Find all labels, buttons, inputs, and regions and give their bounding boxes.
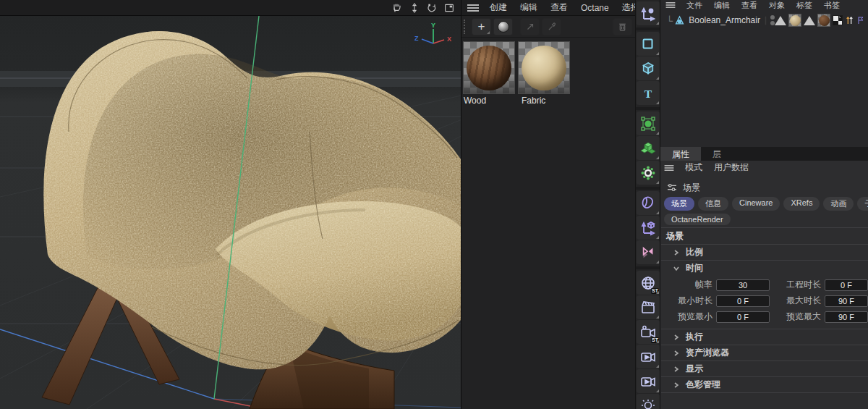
om-menu-bookmarks[interactable]: 书签	[818, 0, 846, 11]
stage-object-tool[interactable]	[637, 295, 660, 319]
compositing-tag-icon[interactable]	[833, 15, 843, 25]
min-time-label: 最小时长	[660, 295, 712, 307]
boolean-object-icon	[674, 15, 685, 26]
section-execute[interactable]: 执行	[660, 329, 868, 345]
attribute-tab-buttons: 场景 信息 Cineware XRefs 动画 子弹 模拟	[660, 196, 868, 213]
phong-tag-icon-2[interactable]	[804, 16, 815, 25]
material-name-wood[interactable]: Wood	[463, 94, 515, 106]
om-menu-view[interactable]: 查看	[736, 0, 763, 11]
om-menu-object[interactable]: 对象	[763, 0, 791, 11]
tabbtn-xrefs[interactable]: XRefs	[783, 197, 820, 211]
object-manager-menu-icon[interactable]	[666, 2, 676, 8]
tab-layers[interactable]: 层	[701, 147, 733, 161]
object-name[interactable]: Boolean_Armchair	[689, 15, 760, 25]
new-material-button[interactable]: +	[472, 18, 491, 35]
tabbtn-animation[interactable]: 动画	[823, 197, 854, 211]
object-tags	[775, 14, 868, 27]
orbit-icon[interactable]	[425, 1, 439, 14]
double-arrow-tag-icon[interactable]	[845, 15, 854, 25]
om-menu-edit[interactable]: 编辑	[708, 0, 736, 11]
preview-min-input[interactable]: 0 F	[716, 311, 770, 323]
apply-material-button[interactable]	[520, 18, 540, 35]
dolly-icon[interactable]	[407, 1, 422, 14]
right-panel: 文件 编辑 查看 对象 标签 书签 └ Boolean_Armchair	[660, 0, 868, 409]
layer-chip[interactable]	[765, 16, 767, 25]
material-menubar: 创建 编辑 查看 Octane 选择 >	[461, 0, 635, 16]
scene-settings-icon	[666, 182, 678, 193]
primitive-cube-tool[interactable]	[637, 56, 660, 80]
viewport-canvas[interactable]	[0, 16, 461, 409]
om-menu-tags[interactable]: 标签	[791, 0, 818, 11]
section-time-label: 时间	[686, 262, 703, 274]
object-tree[interactable]: └ Boolean_Armchair	[660, 10, 868, 147]
om-menu-file[interactable]: 文件	[681, 0, 708, 11]
axis-label-z: Z	[414, 35, 419, 42]
light-st-tool[interactable]: ST	[637, 394, 660, 409]
deformer-tool[interactable]	[637, 161, 660, 185]
tabbtn-cineware[interactable]: Cineware	[732, 197, 780, 211]
preview-min-label: 预览最小	[660, 311, 712, 323]
material-menu-icon[interactable]	[467, 4, 479, 12]
tabbtn-info[interactable]: 信息	[698, 197, 728, 211]
preview-max-label: 预览最大	[773, 311, 821, 323]
object-type-label: 场景	[683, 182, 700, 194]
flag-tag-icon[interactable]	[856, 15, 865, 25]
material-thumb-fabric[interactable]	[518, 41, 570, 94]
tabbtn-bullet[interactable]: 子弹	[857, 197, 868, 211]
sky-object-tool[interactable]: ST	[637, 271, 660, 295]
eyedropper-button[interactable]	[542, 18, 561, 35]
tree-branch: └	[666, 15, 673, 26]
material-name-fabric[interactable]: Fabric	[521, 94, 573, 106]
create-toolbar: T	[635, 0, 660, 409]
section-execute-label: 执行	[686, 331, 703, 343]
attr-menu-userdata[interactable]: 用户数据	[708, 161, 754, 174]
attribute-panel-tabs: 属性 层	[660, 147, 868, 161]
project-duration-input[interactable]: 0 F	[825, 279, 868, 291]
camera-animated-tool[interactable]	[637, 345, 660, 368]
section-time[interactable]: 时间	[660, 261, 868, 276]
material-menu-octane[interactable]: Octane	[574, 3, 616, 13]
material-thumbnails	[461, 38, 635, 94]
fps-input[interactable]: 30	[716, 279, 770, 291]
section-color-management[interactable]: 色彩管理	[660, 377, 868, 392]
section-display[interactable]: 显示	[660, 361, 868, 376]
attr-menu-mode[interactable]: 模式	[679, 161, 708, 174]
text-tool[interactable]: T	[637, 81, 660, 105]
maximize-viewport-icon[interactable]	[442, 1, 456, 14]
min-time-input[interactable]: 0 F	[716, 295, 770, 307]
attribute-menu-icon[interactable]	[665, 165, 674, 171]
wood-material-tag[interactable]	[817, 14, 830, 27]
spline-pen-tool[interactable]	[637, 1, 660, 25]
pan-icon[interactable]	[390, 1, 404, 14]
material-thumb-wood[interactable]	[463, 41, 515, 94]
delete-material-button[interactable]	[613, 18, 632, 35]
section-color-management-label: 色彩管理	[686, 379, 720, 391]
symmetry-tool[interactable]	[637, 240, 660, 264]
preview-max-input[interactable]: 90 F	[825, 311, 868, 323]
phong-tag-icon[interactable]	[775, 16, 786, 25]
axis-gizmo: Y Z X	[412, 22, 454, 55]
instance-tool[interactable]	[637, 216, 660, 240]
section-scale[interactable]: 比例	[660, 245, 868, 260]
tabbtn-scene[interactable]: 场景	[664, 197, 694, 211]
object-manager-menubar: 文件 编辑 查看 对象 标签 书签	[660, 0, 868, 10]
toolbar-drag-handle[interactable]	[464, 20, 467, 34]
tab-attributes[interactable]: 属性	[660, 147, 701, 161]
camera-st-tool[interactable]: ST	[637, 320, 660, 344]
max-time-input[interactable]: 90 F	[825, 295, 868, 307]
section-asset-browser[interactable]: 资产浏览器	[660, 345, 868, 360]
material-menu-edit[interactable]: 编辑	[514, 1, 544, 14]
material-menu-create[interactable]: 创建	[483, 1, 514, 14]
attribute-manager: 属性 层 模式 用户数据 场景 场景 信息	[660, 147, 868, 409]
tabbtn-octanerender[interactable]: OctaneRender	[664, 214, 731, 225]
subdivision-surface-tool[interactable]	[637, 111, 660, 135]
camera-animated-tool-2[interactable]	[637, 369, 660, 393]
svg-text:T: T	[644, 87, 652, 99]
object-row-boolean-armchair[interactable]: └ Boolean_Armchair	[660, 12, 868, 28]
volume-builder-tool[interactable]	[637, 136, 660, 160]
field-tool[interactable]	[637, 191, 660, 215]
material-menu-view[interactable]: 查看	[544, 1, 574, 14]
spline-primitive-tool[interactable]	[637, 32, 660, 56]
fabric-material-tag[interactable]	[788, 14, 801, 27]
material-ball-button[interactable]	[493, 18, 513, 35]
